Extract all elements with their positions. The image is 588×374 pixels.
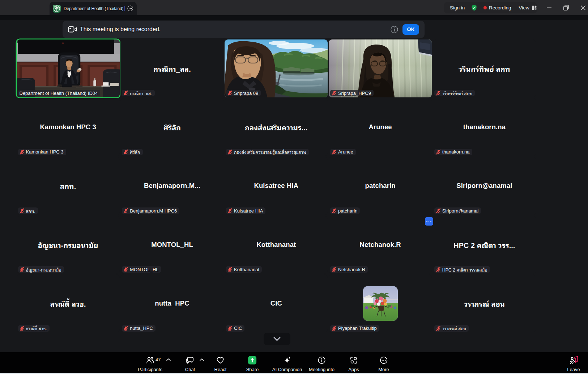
video-tile[interactable]: KotthananatKotthananat xyxy=(225,216,328,274)
participant-nameplate: nutta_HPC xyxy=(122,325,155,332)
toolbar-label: Share xyxy=(246,367,259,372)
video-tile[interactable]: Kulsatree HIAKulsatree HIA xyxy=(225,157,328,215)
sign-in-button[interactable]: Sign in xyxy=(450,5,465,10)
participant-nameplate: Arunee xyxy=(330,149,356,155)
video-tile[interactable]: nutta_HPCnutta_HPC xyxy=(120,274,223,332)
apps-icon xyxy=(349,356,358,365)
video-tile[interactable]: patcharinpatcharin xyxy=(329,157,432,215)
toolbar-more-button[interactable]: More xyxy=(378,356,389,372)
ai-companion-icon xyxy=(283,356,291,365)
participant-name-label: วราภรณ์ สอน xyxy=(442,325,466,332)
participant-nameplate: กองส่งเสริมความรอบรู้และสื่อสารสุขภาพ xyxy=(226,149,309,155)
muted-mic-icon xyxy=(227,267,233,272)
video-tile[interactable]: Kamonkan HPC 3Kamonkan HPC 3 xyxy=(17,98,120,156)
meeting-controls-pill: Sign inRecordingView xyxy=(444,2,537,13)
gallery-view: This meeting is being recorded.OK Depart… xyxy=(0,20,588,352)
muted-mic-icon xyxy=(20,208,25,213)
participant-display-name: วรินทร์ทิพย์ สกท xyxy=(433,39,536,97)
muted-mic-icon xyxy=(332,208,337,213)
video-tile[interactable]: Department of Health (Thailand) ID04 xyxy=(17,39,120,97)
recording-status-label[interactable]: Recording xyxy=(489,5,511,10)
video-tile[interactable]: Piyaphan Trakultip xyxy=(329,274,432,332)
participant-nameplate: วราภรณ์ สอน xyxy=(434,325,469,332)
chevron-up-icon[interactable] xyxy=(166,358,171,361)
participant-display-name: สรณัตี้ สวช. xyxy=(17,274,120,332)
recording-banner-text: This meeting is being recorded. xyxy=(80,26,391,33)
muted-mic-icon xyxy=(123,208,128,213)
participant-display-name: CIC xyxy=(225,274,328,332)
video-tile[interactable]: สกท.สกท. xyxy=(17,157,120,215)
window-restore-button[interactable] xyxy=(562,4,570,12)
video-tile[interactable]: Sriprapa 09 xyxy=(225,39,328,97)
participant-name-label: CIC xyxy=(234,325,242,331)
participant-nameplate: Siriporn@anamai xyxy=(434,207,481,214)
video-tile[interactable]: กองส่งเสริมความร...กองส่งเสริมความรอบรู้… xyxy=(225,98,328,156)
view-button[interactable]: View xyxy=(519,5,529,10)
video-tile[interactable]: สรณัตี้ สวช.สรณัตี้ สวช. xyxy=(17,274,120,332)
toolbar-apps-button[interactable]: Apps xyxy=(348,356,359,372)
participant-display-name: Kulsatree HIA xyxy=(225,157,328,215)
participants-menu-chevron[interactable] xyxy=(166,358,171,361)
participant-nameplate: กรณิกา_สส. xyxy=(122,90,154,96)
video-tile[interactable]: MONTOL_HLMONTOL_HL xyxy=(120,216,223,274)
recording-notification-banner: This meeting is being recorded.OK xyxy=(63,21,425,38)
video-tile[interactable]: Netchanok.RNetchanok.R xyxy=(329,216,432,274)
participant-nameplate: Kotthananat xyxy=(226,266,262,273)
leave-button[interactable]: Leave xyxy=(567,356,580,372)
participant-name-label: thanakorn.na xyxy=(442,149,470,155)
toolbar-react-button[interactable]: React xyxy=(214,356,227,372)
video-tile[interactable]: วรินทร์ทิพย์ สกทวรินทร์ทิพย์ สกท xyxy=(433,39,536,97)
share-icon xyxy=(248,356,257,365)
info-icon[interactable] xyxy=(391,26,398,33)
meeting-tab[interactable]: Department of Health (Thailand) xyxy=(50,2,137,15)
participant-nameplate: วรินทร์ทิพย์ สกท xyxy=(434,90,475,96)
next-page-button[interactable] xyxy=(264,333,290,345)
video-tile[interactable]: Siriporn@anamaiSiriporn@anamai xyxy=(433,157,536,215)
toolbar-chat-button[interactable]: Chat xyxy=(185,356,195,372)
window-minimize-button[interactable] xyxy=(545,4,553,12)
participant-name-label: อัญชนา-กรมอนามัย xyxy=(26,266,61,273)
floating-more-button[interactable] xyxy=(425,217,433,226)
participant-nameplate: thanakorn.na xyxy=(434,149,472,155)
toolbar-label: Meeting info xyxy=(309,367,335,372)
security-shield-icon[interactable] xyxy=(471,4,477,11)
leave-icon xyxy=(568,356,578,365)
video-tile[interactable]: กรณิกา_สส.กรณิกา_สส. xyxy=(120,39,223,97)
chat-menu-chevron[interactable] xyxy=(200,358,204,361)
tab-more-options-icon[interactable] xyxy=(127,5,133,12)
toolbar-meeting-info-button[interactable]: Meeting info xyxy=(309,356,335,372)
toolbar-share-button[interactable]: Share xyxy=(246,356,259,372)
participant-name-label: HPC 2 คณิตา วรรณสมัย xyxy=(442,266,487,273)
participant-name-label: Kamonkan HPC 3 xyxy=(26,149,64,155)
video-tile[interactable]: HPC 2 คณิตา วรร...HPC 2 คณิตา วรรณสมัย xyxy=(433,216,536,274)
chat-icon xyxy=(186,356,195,365)
participant-nameplate: HPC 2 คณิตา วรรณสมัย xyxy=(434,266,490,273)
video-tile[interactable]: วราภรณ์ สอนวราภรณ์ สอน xyxy=(433,274,536,332)
video-tile[interactable]: CICCIC xyxy=(225,274,328,332)
video-tile[interactable]: AruneeArunee xyxy=(329,98,432,156)
participant-display-name: thanakorn.na xyxy=(433,98,536,156)
video-tile[interactable]: อัญชนา-กรมอนามัยอัญชนา-กรมอนามัย xyxy=(17,216,120,274)
video-tile[interactable]: Benjamaporn.M...Benjamaporn.M HPC6 xyxy=(120,157,223,215)
meeting-app-icon xyxy=(53,5,61,13)
profile-avatar xyxy=(363,286,398,321)
meeting-tab-title: Department of Health (Thailand) xyxy=(64,6,123,11)
muted-mic-icon xyxy=(436,267,441,272)
video-frame xyxy=(225,39,328,97)
muted-mic-icon xyxy=(436,91,441,96)
video-tile[interactable]: Sriprapa_HPC9 xyxy=(329,39,432,97)
video-tile[interactable]: ศิริลักศิริลัก xyxy=(120,98,223,156)
toolbar-participants-button[interactable]: 47Participants xyxy=(138,356,162,372)
participant-name-label: กองส่งเสริมความรอบรู้และสื่อสารสุขภาพ xyxy=(234,148,306,155)
muted-mic-icon xyxy=(436,150,441,155)
window-close-button[interactable] xyxy=(579,4,587,12)
ok-button[interactable]: OK xyxy=(402,24,419,35)
recording-dot-icon xyxy=(483,6,487,9)
muted-mic-icon xyxy=(332,150,337,155)
video-frame xyxy=(17,39,120,97)
video-tile[interactable]: thanakorn.nathanakorn.na xyxy=(433,98,536,156)
toolbar-ai-companion-button[interactable]: AI Companion xyxy=(272,356,302,372)
chevron-up-icon[interactable] xyxy=(200,358,204,361)
participant-display-name: MONTOL_HL xyxy=(120,216,223,274)
more-icon xyxy=(379,356,388,365)
